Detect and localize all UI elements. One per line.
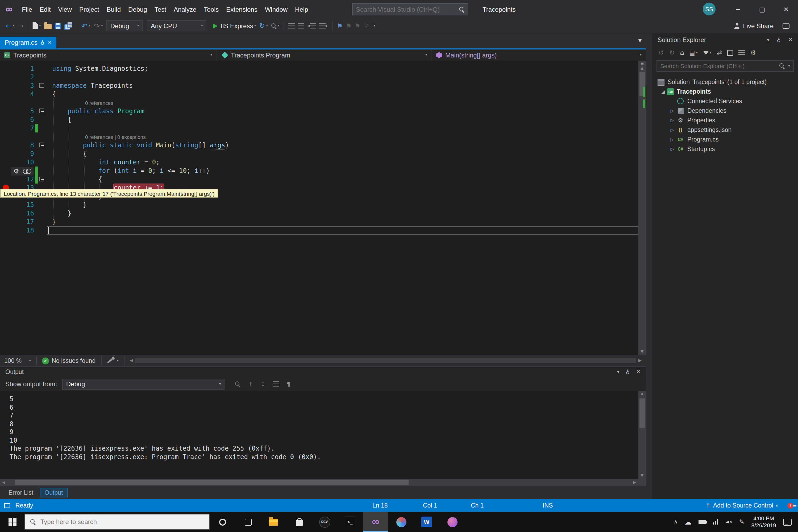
menu-help[interactable]: Help (291, 0, 312, 19)
code-text[interactable]: } (47, 201, 639, 209)
chevron-down-icon[interactable] (117, 359, 119, 363)
tree-item-properties[interactable]: ▷Properties (652, 115, 798, 125)
close-icon[interactable] (636, 369, 641, 375)
live-share-button[interactable]: Live Share (733, 22, 774, 30)
minimize-button[interactable] (726, 0, 750, 19)
chevron-down-icon[interactable] (89, 24, 91, 28)
code-text[interactable]: { (47, 150, 639, 158)
feedback-button[interactable] (783, 23, 790, 28)
previous-message-icon[interactable] (248, 381, 253, 387)
chevron-down-icon[interactable] (29, 359, 31, 363)
tree-item-tracepoints[interactable]: ◢Tracepoints (652, 87, 798, 96)
decrease-indent-button[interactable] (307, 23, 316, 28)
code-cleanup-button[interactable] (107, 359, 119, 363)
back-icon[interactable] (659, 50, 664, 56)
code-text[interactable]: namespace Tracepoints (47, 81, 639, 90)
navigate-back-button[interactable] (6, 22, 15, 29)
breakpoint-margin[interactable] (0, 132, 14, 141)
solution-explorer-search-box[interactable] (657, 60, 794, 72)
tree-item-solution-tracepoints-1-of-1-project[interactable]: Solution 'Tracepoints' (1 of 1 project) (652, 77, 798, 87)
window-position-icon[interactable] (617, 369, 620, 375)
fold-collapse-icon[interactable] (39, 142, 44, 147)
breakpoint-margin[interactable] (0, 73, 14, 81)
microsoft-store-button[interactable] (286, 512, 312, 532)
add-to-source-control-button[interactable]: Add to Source Control (705, 502, 778, 509)
code-text[interactable]: for (int i = 0; i <= 10; i++) (47, 167, 639, 175)
tab-program-cs[interactable]: Program.cs (0, 37, 56, 49)
fold-margin[interactable] (38, 175, 47, 184)
chevron-down-icon[interactable] (101, 24, 103, 28)
switch-views-button[interactable] (689, 50, 698, 56)
uncomment-button[interactable] (298, 23, 304, 28)
breakpoint-margin[interactable] (0, 90, 14, 98)
breakpoint-margin[interactable] (0, 158, 14, 167)
document-list-dropdown-icon[interactable] (639, 39, 642, 43)
editor-horizontal-scrollbar[interactable] (135, 358, 636, 363)
scroll-right-icon[interactable] (631, 481, 639, 484)
scroll-up-icon[interactable] (639, 392, 646, 396)
properties-icon[interactable] (750, 50, 756, 56)
fold-margin[interactable] (38, 141, 47, 150)
filter-button[interactable] (703, 51, 711, 55)
scroll-left-icon[interactable] (0, 481, 7, 484)
solution-explorer-search-input[interactable] (660, 63, 780, 69)
app-button-2[interactable] (439, 512, 465, 532)
fold-margin[interactable] (38, 81, 47, 90)
new-file-button[interactable] (33, 22, 41, 29)
code-text[interactable] (47, 226, 639, 234)
code-text[interactable]: } (47, 209, 639, 217)
find-in-files-button[interactable] (271, 23, 279, 28)
menu-extensions[interactable]: Extensions (222, 0, 261, 19)
forward-icon[interactable] (669, 50, 674, 56)
dev-app-button[interactable]: DEV (312, 512, 337, 532)
tree-item-connected-services[interactable]: Connected Services (652, 96, 798, 106)
sync-with-active-document-icon[interactable] (717, 50, 722, 56)
breakpoint-margin[interactable] (0, 124, 14, 132)
network-icon[interactable] (713, 519, 719, 525)
code-text[interactable]: int counter = 0; (47, 158, 639, 167)
chevron-down-icon[interactable] (266, 24, 268, 28)
breakpoint-margin[interactable] (0, 107, 14, 115)
fold-collapse-icon[interactable] (39, 109, 44, 113)
open-file-button[interactable] (44, 22, 52, 29)
pin-icon[interactable] (777, 37, 781, 42)
editor-vertical-scrollbar[interactable] (639, 61, 646, 355)
breakpoint-margin[interactable] (0, 217, 14, 226)
breakpoint-margin[interactable] (0, 201, 14, 209)
scrollbar-thumb[interactable] (15, 480, 408, 485)
start-button[interactable] (0, 512, 24, 532)
breadcrumb-project-dropdown[interactable]: Tracepoints (0, 50, 217, 61)
next-message-icon[interactable] (261, 381, 265, 387)
breadcrumb-type-dropdown[interactable]: Tracepoints.Program (217, 50, 432, 61)
tab-output[interactable]: Output (40, 488, 68, 497)
breakpoint-margin[interactable] (0, 64, 14, 73)
panel-splitter[interactable] (646, 34, 652, 499)
maximize-button[interactable] (750, 0, 774, 19)
close-icon[interactable] (788, 37, 793, 42)
window-position-icon[interactable] (767, 37, 770, 42)
app-button-1[interactable] (388, 512, 414, 532)
chevron-down-icon[interactable] (210, 53, 212, 57)
scroll-up-icon[interactable] (639, 66, 646, 70)
solution-platform-dropdown[interactable]: Any CPU (147, 20, 207, 32)
output-vertical-scrollbar[interactable] (639, 391, 646, 479)
pen-icon[interactable] (739, 519, 744, 525)
chevron-down-icon[interactable] (640, 53, 642, 57)
code-text[interactable]: { (47, 175, 639, 184)
output-source-dropdown[interactable]: Debug (62, 379, 225, 390)
clear-bookmarks-button[interactable] (364, 23, 369, 29)
chevron-collapsed-icon[interactable]: ▷ (668, 147, 676, 151)
code-text[interactable] (47, 73, 639, 81)
search-icon[interactable] (780, 63, 785, 69)
next-bookmark-button[interactable] (355, 23, 360, 29)
output-horizontal-scrollbar[interactable] (0, 479, 639, 486)
find-message-icon[interactable] (235, 381, 241, 387)
chevron-down-icon[interactable] (13, 24, 15, 28)
breakpoint-margin[interactable] (0, 141, 14, 150)
breakpoint-margin[interactable] (0, 81, 14, 90)
scrollbar-thumb[interactable] (640, 398, 645, 428)
code-text[interactable]: { (47, 90, 639, 98)
tree-item-appsettings-json[interactable]: ▷appsettings.json (652, 125, 798, 135)
code-text[interactable]: } (47, 217, 639, 226)
chevron-collapsed-icon[interactable]: ▷ (668, 128, 676, 132)
